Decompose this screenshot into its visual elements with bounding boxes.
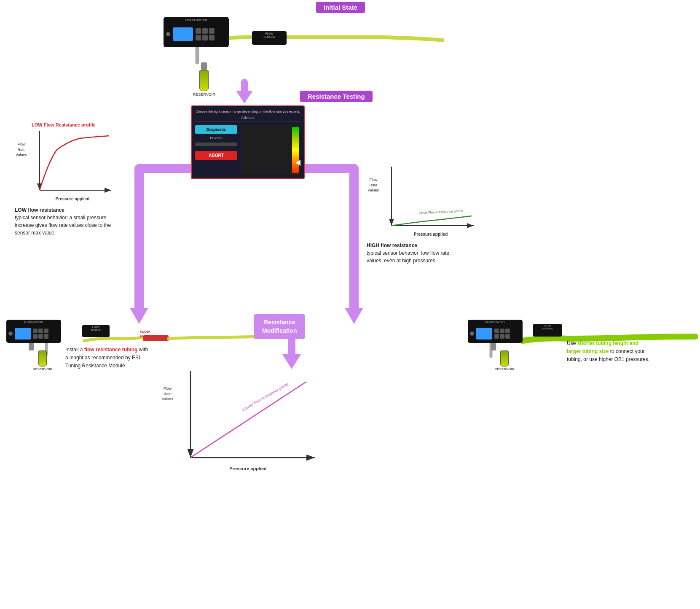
low-graph-x-label: Pressure applied [32,197,113,201]
device-br-screen [476,328,492,340]
device-ob1-bottom-left: ELVEFLOW OB1 RESERVOIR [6,320,61,371]
reservoir-br-label: RESERVOIR [495,367,515,371]
flow-sensor-br-label: FLOWSENSOR [542,324,552,330]
device-br-connector [491,343,496,350]
low-resistance-svg [29,129,113,197]
low-resistance-graph-area: LOW Flow Resistance profile FlowRatevalu… [15,122,113,237]
correct-resistance-graph-area: FlowRatevalues Correct Flow Resistance p… [160,369,319,471]
device-br-btn-2[interactable] [500,329,504,333]
high-resistance-svg: HIGH Flow Resistance profile [381,164,478,232]
device-bl-btn-2[interactable] [38,329,43,333]
low-resistance-desc: typical sensor behavior: a small pressur… [15,215,111,236]
device-br-knob [470,331,474,336]
device-btn-3[interactable] [209,28,215,34]
device-br-btn-1[interactable] [494,329,499,333]
flow-sensor-top: FLOWSENSOR [252,31,287,45]
svg-text:HIGH Flow Resistance profile: HIGH Flow Resistance profile [419,209,464,215]
high-resistance-desc: typical sensor behavior: low flow rate v… [367,250,449,264]
device-bl-btn-1[interactable] [33,329,38,333]
device-br-btn-3[interactable] [505,329,510,333]
flow-sensor-top-label: FLOWSENSOR [263,32,275,39]
device-ob1-br-label: ELVEFLOW OB1 [485,321,505,323]
flow-sensor-bottom-left: FLOWSENSOR [82,325,110,337]
reservoir-br-body [500,350,509,366]
low-resistance-description-area: LOW flow resistance typical sensor behav… [15,206,112,237]
device-knob [166,32,170,36]
flow-sensor-bl-label: FLOWSENSOR [91,326,101,331]
high-graph-y-label: FlowRatevalues [367,177,380,193]
abort-button[interactable]: ABORT [195,151,237,160]
arrow-indicator [295,160,300,166]
initial-state-badge: Initial State [316,2,365,13]
reservoir-connector-top [201,62,207,70]
svg-marker-2 [236,91,253,103]
correct-graph-y-label: FlowRatevalues [160,386,175,402]
device-btn-1[interactable] [196,28,201,34]
device-btn-4[interactable] [196,35,201,40]
reservoir-body-top [199,70,209,91]
low-resistance-install-annotation: Install a flow resistance tubing witha l… [65,346,148,370]
device-bl-screen [15,328,31,340]
device-ob1-bottom-right: ELVEFLOW OB1 RESERVOIR [468,320,523,371]
device-bl-btn-6[interactable] [44,334,48,339]
color-bar [292,127,299,173]
reservoir-top-label: RESERVOIR [193,92,215,97]
process-label: Process [195,136,237,140]
high-resistance-heading: HIGH flow resistance [367,243,417,248]
process-bar [195,143,237,146]
device-btn-5[interactable] [202,35,208,40]
flow-sensor-bottom-right: FLOWSENSOR [533,324,562,337]
dialog-title: Choose the right sensor range depending … [195,110,300,113]
device-ob1-top-label: ELVEFLOW OB1 [185,19,208,22]
low-resistance-title: LOW Flow Resistance profile [32,122,113,127]
device-br-btn-5[interactable] [500,334,504,339]
device-br-btn-6[interactable] [505,334,510,339]
flow-resistance-label: FLOWRESISTANCE [140,330,161,339]
high-resistance-use-annotation: Use shorter tubing lenght andlarger tubi… [567,340,649,364]
device-ob1-top: ELVEFLOW OB1 [164,17,229,47]
reservoir-bl-label: RESERVOIR [33,367,53,371]
correct-graph-x-label: Pressure applied [177,466,319,471]
device-screen-top [173,27,193,41]
device-bl-btn-4[interactable] [33,334,38,339]
high-graph-x-label: Pressure applied [384,232,478,237]
device-btn-6[interactable] [209,35,215,40]
low-resistance-heading: LOW flow resistance [15,207,64,213]
svg-text:Correct Flow Resistance profil: Correct Flow Resistance profile [241,382,289,412]
resistance-testing-badge: Resistance Testing [300,91,373,102]
svg-marker-8 [345,308,363,324]
device-bl-btn-3[interactable] [44,329,48,333]
dialog-advices-label: Advices [195,116,300,121]
dialog-box: Choose the right sensor range depending … [191,105,305,179]
diagnostic-button[interactable]: Diagnostic [195,125,237,134]
device-ob1-bl-label: ELVEFLOW OB1 [24,321,43,323]
svg-marker-5 [130,308,148,324]
high-resistance-graph-area: FlowRatevalues HIGH Flow Resistance prof… [367,164,478,264]
device-bl-knob [8,331,13,336]
svg-marker-10 [282,354,301,369]
low-graph-y-label: FlowRatevalues [15,142,28,158]
resistance-modification-badge: ResistanceModification [254,314,305,339]
reservoir-bl-body [38,350,47,366]
device-bl-btn-5[interactable] [38,334,43,339]
high-resistance-description-area: HIGH flow resistance typical sensor beha… [367,242,464,264]
correct-resistance-svg: Correct Flow Resistance profile [176,369,319,466]
device-br-btn-4[interactable] [494,334,499,339]
page-container: Initial State ELVEFLOW OB1 FLOWSENSOR RE… [0,0,700,609]
reservoir-top: RESERVOIR [193,62,215,97]
device-bl-connector [29,343,34,350]
device-btn-2[interactable] [202,28,208,34]
